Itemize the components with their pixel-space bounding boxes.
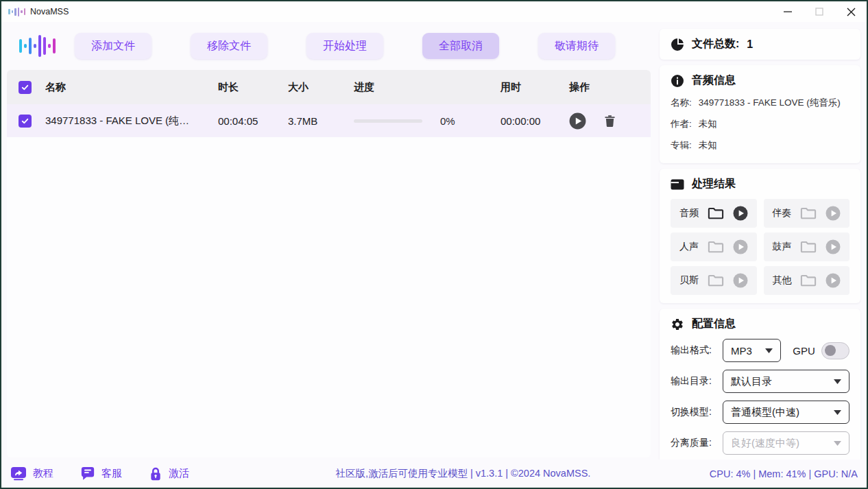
chat-bubble-icon — [80, 466, 95, 481]
output-dir-label: 输出目录: — [671, 375, 723, 387]
app-waveform-icon — [8, 6, 25, 17]
table-empty-area — [7, 137, 651, 457]
sidebar: 文件总数: 1 音频信息 名称:349771833 - FAKE LOVE (纯… — [651, 22, 867, 460]
folder-icon — [800, 272, 817, 289]
delete-button[interactable] — [603, 114, 617, 128]
row-file-name: 349771833 - FAKE LOVE (纯… — [45, 115, 218, 128]
folder-icon — [800, 205, 817, 222]
play-icon — [825, 206, 841, 221]
check-icon — [21, 117, 29, 126]
play-icon — [825, 239, 841, 254]
output-dir-row: 输出目录: 默认目录 — [671, 370, 849, 393]
wallet-icon — [671, 178, 684, 191]
config-card: 配置信息 输出格式: MP3 GPU 输出目录: 默认目录 — [660, 309, 860, 460]
support-link[interactable]: 客服 — [80, 466, 122, 481]
start-processing-button[interactable]: 开始处理 — [306, 33, 383, 59]
audio-name-row: 名称:349771833 - FAKE LOVE (纯音乐) — [671, 93, 849, 112]
row-checkbox[interactable] — [19, 115, 32, 128]
result-tile-audio: 音频 — [671, 199, 757, 228]
cancel-all-button[interactable]: 全部取消 — [422, 33, 499, 59]
coming-soon-button[interactable]: 敬请期待 — [538, 33, 615, 59]
window-controls — [772, 1, 867, 22]
status-bar: 教程 客服 激活 社区版,激活后可使用专业模型 | v — [1, 460, 867, 488]
header-actions: 操作 — [562, 81, 648, 94]
audio-album-row: 专辑:未知 — [671, 135, 849, 155]
select-all-checkbox[interactable] — [19, 81, 32, 94]
lock-icon — [149, 466, 162, 481]
gear-icon — [671, 318, 684, 331]
header-size: 大小 — [288, 81, 354, 94]
chevron-down-icon — [765, 348, 773, 353]
header-time-used: 用时 — [501, 81, 562, 94]
result-tile-drums: 鼓声 — [764, 232, 850, 261]
result-tile-other: 其他 — [764, 266, 850, 295]
header-progress: 进度 — [354, 81, 501, 94]
results-title: 处理结果 — [692, 177, 736, 191]
model-row: 切换模型: 普通模型(中速) — [671, 401, 849, 424]
quality-row: 分离质量: 良好(速度中等) — [671, 431, 849, 455]
chevron-down-icon — [834, 441, 841, 446]
result-tile-accompaniment: 伴奏 — [764, 199, 850, 228]
progress-bar — [354, 119, 422, 123]
output-dir-select[interactable]: 默认目录 — [723, 370, 849, 393]
folder-icon[interactable] — [708, 205, 724, 222]
check-icon — [21, 83, 29, 92]
model-label: 切换模型: — [671, 406, 723, 418]
toolbar: 添加文件 移除文件 开始处理 全部取消 敬请期待 — [7, 22, 651, 70]
progress-percent: 0% — [440, 115, 455, 127]
title-bar: NovaMSS — [1, 1, 867, 22]
play-icon — [733, 273, 748, 288]
app-window: NovaMSS 添加文件 移除文件 开始处理 — [0, 0, 868, 489]
close-button[interactable] — [835, 1, 867, 22]
minimize-button[interactable] — [772, 1, 804, 22]
tutorial-screen-icon — [10, 466, 27, 481]
maximize-button[interactable] — [804, 1, 835, 22]
row-actions — [562, 112, 648, 130]
table-row[interactable]: 349771833 - FAKE LOVE (纯… 00:04:05 3.7MB… — [7, 104, 651, 137]
tutorial-link[interactable]: 教程 — [10, 466, 53, 481]
quality-select: 良好(速度中等) — [723, 431, 849, 455]
add-files-button[interactable]: 添加文件 — [75, 33, 152, 59]
quality-label: 分离质量: — [671, 437, 723, 449]
header-duration: 时长 — [218, 81, 288, 94]
gpu-label: GPU — [793, 345, 815, 357]
gpu-toggle[interactable] — [821, 342, 849, 359]
folder-icon — [708, 272, 724, 289]
play-button[interactable] — [569, 112, 586, 130]
audio-artist-row: 作者:未知 — [671, 114, 849, 134]
chevron-down-icon — [834, 410, 841, 415]
audio-info-title: 音频信息 — [692, 73, 736, 88]
file-count-value: 1 — [747, 38, 753, 51]
result-tile-bass: 贝斯 — [671, 266, 757, 295]
row-duration: 00:04:05 — [218, 115, 288, 127]
output-format-label: 输出格式: — [671, 344, 723, 357]
audio-info-card: 音频信息 名称:349771833 - FAKE LOVE (纯音乐) 作者:未… — [660, 65, 860, 163]
play-icon — [733, 239, 748, 254]
toolbar-buttons: 添加文件 移除文件 开始处理 全部取消 敬请期待 — [75, 33, 615, 59]
row-size: 3.7MB — [288, 115, 354, 127]
system-stats: CPU: 4% | Mem: 41% | GPU: N/A — [710, 468, 858, 479]
file-count-card: 文件总数: 1 — [660, 29, 860, 60]
activate-link[interactable]: 激活 — [149, 466, 189, 481]
play-icon[interactable] — [733, 206, 748, 221]
folder-icon — [708, 239, 724, 255]
play-icon — [825, 273, 841, 288]
remove-files-button[interactable]: 移除文件 — [191, 33, 267, 59]
row-time-used: 00:00:00 — [501, 115, 562, 127]
toggle-knob — [825, 345, 836, 356]
result-tile-vocals: 人声 — [671, 232, 757, 261]
table-header-row: 名称 时长 大小 进度 用时 操作 — [7, 70, 651, 104]
model-select[interactable]: 普通模型(中速) — [723, 401, 849, 424]
app-logo-waveform — [19, 31, 56, 61]
output-format-row: 输出格式: MP3 GPU — [671, 339, 849, 362]
version-status-text: 社区版,激活后可使用专业模型 | v1.3.1 | ©2024 NovaMSS. — [189, 467, 710, 480]
output-format-select[interactable]: MP3 — [723, 339, 781, 362]
window-title: NovaMSS — [30, 7, 69, 16]
info-icon — [671, 74, 684, 88]
pie-chart-icon — [671, 38, 684, 51]
chevron-down-icon — [834, 379, 841, 384]
file-table: 名称 时长 大小 进度 用时 操作 349771833 - FAKE LOVE … — [7, 70, 651, 457]
header-name: 名称 — [45, 81, 218, 94]
file-count-label: 文件总数: — [692, 37, 739, 51]
results-card: 处理结果 音频 伴奏 人声 — [660, 169, 860, 303]
